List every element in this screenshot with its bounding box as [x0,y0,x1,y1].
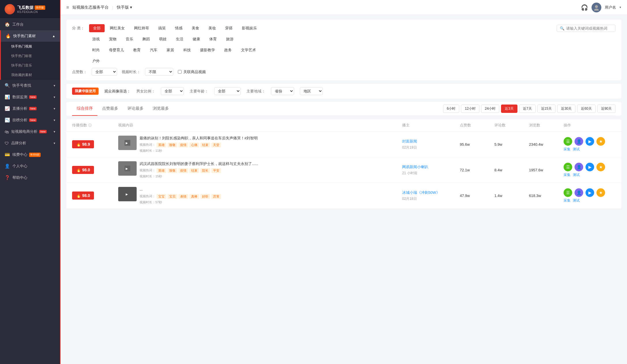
likes-select[interactable]: 全部 1w以下 1-5w 5-10w 10w以上 [92,68,117,76]
tag-2-3: 疫情 [178,168,188,173]
time-btn-6h[interactable]: 6小时 [443,105,460,113]
search-input[interactable] [566,26,612,31]
cat-btn-shenghuo[interactable]: 生活 [172,35,187,43]
sidebar-item-help[interactable]: ❓ 帮助中心 [0,172,60,183]
time-btn-3d[interactable]: 近3天 [501,105,517,113]
views-3: 618.3w [529,194,564,198]
star-action-1[interactable]: ★ [596,137,605,146]
cat-btn-wudao[interactable]: 舞蹈 [138,35,154,43]
user-action-1[interactable]: 👤 [575,137,583,146]
sort-tab-most-likes[interactable]: 点赞最多 [97,102,123,116]
cat-btn-youxi[interactable]: 游戏 [88,35,104,43]
sidebar-item-renew[interactable]: 💳 续费中心 年付6折 [0,149,60,160]
cat-btn-meinv[interactable]: 网红美女 [106,24,129,32]
cat-btn-mengwa[interactable]: 萌娃 [155,35,171,43]
sidebar-item-live-analysis[interactable]: 📈 直播分析 New ▾ [0,103,60,114]
time-btn-90d[interactable]: 近90天 [597,105,615,113]
province-select[interactable]: 省份 [271,87,294,95]
headphone-icon[interactable]: 🎧 [581,4,588,11]
cat-btn-lvyou[interactable]: 旅游 [222,35,238,43]
sidebar-item-ecom-analysis[interactable]: 🛍 短视频电商分析 New ▾ [0,126,60,137]
cat-btn-qiche[interactable]: 汽车 [146,46,161,54]
tag-3-1: 宝宝 [157,194,166,199]
sidebar-item-hot-material[interactable]: 🔥 快手热门素材 ▲ [1,30,60,42]
cat-btn-yinyue[interactable]: 音乐 [122,35,137,43]
sidebar-item-rank-analysis[interactable]: 📉 挂榜分析 New ▾ [0,114,60,126]
sidebar-item-workbench[interactable]: 🏠 工作台 [0,19,60,30]
list-action-1[interactable]: ☰ [564,137,572,146]
menu-icon[interactable]: ≡ [66,5,69,10]
test-link-3[interactable]: 测试 [573,198,580,203]
cat-btn-meizhuang[interactable]: 美妆 [204,24,220,32]
sidebar-item-hot-music[interactable]: 快手热门音乐 [1,61,60,70]
cat-btn-meishi[interactable]: 美食 [188,24,203,32]
user-dropdown-arrow[interactable]: ▾ [620,5,621,9]
username-label[interactable]: 用户名 [605,5,616,10]
cat-btn-jiankang[interactable]: 健康 [189,35,204,43]
cat-btn-shuai[interactable]: 网红帅哥 [130,24,153,32]
list-action-3[interactable]: ☰ [564,188,572,197]
test-link-1[interactable]: 测试 [573,147,580,152]
cat-btn-jiaju[interactable]: 家居 [163,46,178,54]
time-btn-60d[interactable]: 近60天 [577,105,595,113]
audience-filter: 限豪华版使用 观众画像筛选： 男女比例： 全部 男多 女多 主要年龄： 全部 1… [66,84,621,98]
category-row-3: 时尚 母婴育儿 教育 汽车 家居 科技 摄影教学 政务 文学艺术 [72,46,615,54]
sidebar-item-my-collection[interactable]: 我收藏的素材 [1,70,60,80]
publisher-name-3[interactable]: 冰城小瑞《冲刺50W》 [402,190,460,195]
test-link-2[interactable]: 测试 [573,172,580,177]
cat-btn-huwai[interactable]: 户外 [88,57,104,65]
cat-btn-sheying[interactable]: 摄影教学 [196,46,219,54]
time-btn-7d[interactable]: 近7天 [519,105,536,113]
cat-btn-qinggan[interactable]: 情感 [171,24,187,32]
play-action-2[interactable]: ▶ [585,163,594,171]
cat-btn-shishang[interactable]: 时尚 [88,46,104,54]
sort-tab-comprehensive[interactable]: 综合排序 [72,102,97,116]
sidebar-item-personal[interactable]: 👤 个人中心 [0,160,60,172]
cat-btn-tiyu[interactable]: 体育 [205,35,221,43]
cat-btn-wenxue[interactable]: 文学艺术 [237,46,260,54]
collect-link-2[interactable]: 采集 [564,172,570,177]
category-row-4: 户外 [72,57,615,65]
time-btn-15d[interactable]: 近15天 [537,105,556,113]
play-action-1[interactable]: ▶ [585,137,594,146]
publisher-name-2[interactable]: 网易新闻小喇叭 [402,164,460,170]
cat-btn-yingshi[interactable]: 影视娱乐 [238,24,261,32]
star-action-2[interactable]: ★ [596,163,605,171]
collect-link-1[interactable]: 采集 [564,147,570,152]
district-select[interactable]: 地区 [300,87,323,95]
sort-tab-most-comments[interactable]: 评论最多 [123,102,148,116]
related-goods-input[interactable] [178,70,182,74]
list-action-2[interactable]: ☰ [564,163,572,171]
cat-btn-jiaoyu[interactable]: 教育 [129,46,145,54]
cat-btn-muying[interactable]: 母婴育儿 [105,46,128,54]
time-btn-24h[interactable]: 24小时 [481,105,499,113]
cat-btn-keji[interactable]: 科技 [179,46,195,54]
cat-btn-zhengwu[interactable]: 政务 [220,46,236,54]
time-btn-12h[interactable]: 12小时 [461,105,479,113]
sidebar-item-hot-video[interactable]: 快手热门视频 [1,42,60,51]
gender-select[interactable]: 全部 男多 女多 [161,87,184,95]
cat-btn-chongwu[interactable]: 宠物 [105,35,120,43]
sidebar-item-account-search[interactable]: 🔍 快手号查找 ▾ [0,80,60,91]
sidebar-item-data-monitor[interactable]: 📊 数据监测 New ▾ [0,91,60,103]
sidebar-item-hot-tag[interactable]: 快手热门标签 [1,51,60,61]
chevron-down-icon: ▾ [54,84,55,88]
sort-tab-most-views[interactable]: 浏览最多 [148,102,174,116]
cat-btn-chuandao[interactable]: 穿搭 [221,24,237,32]
sidebar-item-brand-analysis[interactable]: 🛡 品牌分析 ▾ [0,137,60,149]
play-action-3[interactable]: ▶ [585,188,594,197]
age-select[interactable]: 全部 18岁以下 18-24岁 25-34岁 35岁以上 [214,87,241,95]
cat-btn-all[interactable]: 全部 [89,24,105,32]
collect-link-3[interactable]: 采集 [564,198,570,203]
related-goods-checkbox[interactable]: 关联商品视频 [178,69,206,75]
score-cell-1: 🔥 98.9 [72,140,118,148]
duration-select[interactable]: 不限 1分钟以下 1-5分钟 5分钟以上 [145,68,173,76]
user-action-2[interactable]: 👤 [575,163,583,171]
platform-version-select[interactable]: 快手版 ▾ [117,5,132,10]
info-icon[interactable]: ⓘ [88,123,92,127]
publisher-name-1[interactable]: 封面新闻 [402,139,460,144]
cat-btn-gaoxiao[interactable]: 搞笑 [154,24,170,32]
user-action-3[interactable]: 👤 [575,188,583,197]
time-btn-30d[interactable]: 近30天 [557,105,575,113]
star-action-3[interactable]: ★ [596,188,605,197]
